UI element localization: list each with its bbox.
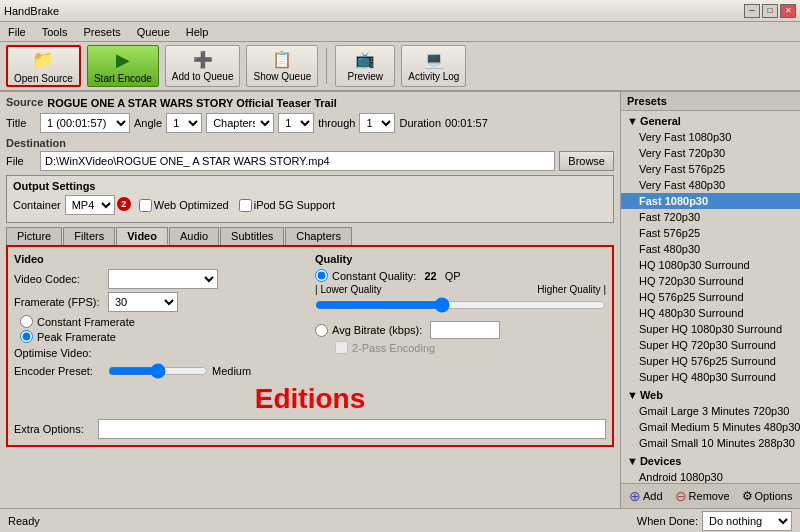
tab-audio[interactable]: Audio bbox=[169, 227, 219, 245]
constant-quality-label: Constant Quality: bbox=[332, 270, 416, 282]
minimize-button[interactable]: ─ bbox=[744, 4, 760, 18]
optimise-label: Optimise Video: bbox=[14, 347, 104, 359]
encoder-preset-slider[interactable] bbox=[108, 363, 208, 379]
framerate-label: Framerate (FPS): bbox=[14, 296, 104, 308]
web-optimized-checkbox[interactable] bbox=[139, 199, 152, 212]
destination-label: Destination bbox=[6, 137, 614, 149]
tab-picture[interactable]: Picture bbox=[6, 227, 62, 245]
activity-log-button[interactable]: 💻 Activity Log bbox=[401, 45, 466, 87]
maximize-button[interactable]: □ bbox=[762, 4, 778, 18]
preset-list-item[interactable]: Very Fast 1080p30 bbox=[621, 129, 800, 145]
quality-slider[interactable] bbox=[315, 297, 606, 313]
title-bar-buttons: ─ □ ✕ bbox=[744, 4, 796, 18]
tab-video[interactable]: Video bbox=[116, 227, 168, 245]
peak-framerate-radio[interactable] bbox=[20, 330, 33, 343]
through-label: through bbox=[318, 117, 355, 129]
menu-queue[interactable]: Queue bbox=[131, 24, 176, 40]
preset-group-header[interactable]: ▼ General bbox=[621, 113, 800, 129]
preset-group: ▼ DevicesAndroid 1080p30Android 720p30An… bbox=[621, 453, 800, 483]
when-done-select[interactable]: Do nothing bbox=[702, 511, 792, 531]
container-select[interactable]: MP4 bbox=[65, 195, 115, 215]
add-to-queue-label: Add to Queue bbox=[172, 71, 234, 82]
preset-list-item[interactable]: Super HQ 1080p30 Surround bbox=[621, 321, 800, 337]
preset-list-item[interactable]: Fast 576p25 bbox=[621, 225, 800, 241]
preset-list-item[interactable]: HQ 480p30 Surround bbox=[621, 305, 800, 321]
two-pass-checkbox[interactable] bbox=[335, 341, 348, 354]
constant-quality-radio[interactable] bbox=[315, 269, 328, 282]
add-to-queue-button[interactable]: ➕ Add to Queue bbox=[165, 45, 241, 87]
avg-bitrate-label: Avg Bitrate (kbps): bbox=[332, 324, 422, 336]
output-settings-row: Container MP4 2 Web Optimized iPod 5G Su… bbox=[13, 195, 607, 215]
preset-list-item[interactable]: Super HQ 480p30 Surround bbox=[621, 369, 800, 385]
framerate-select[interactable]: 30 bbox=[108, 292, 178, 312]
extra-options-input[interactable] bbox=[98, 419, 606, 439]
angle-select[interactable]: 1 bbox=[166, 113, 202, 133]
preset-list-item[interactable]: Fast 720p30 bbox=[621, 209, 800, 225]
avg-bitrate-radio[interactable] bbox=[315, 324, 328, 337]
preset-list-item[interactable]: HQ 576p25 Surround bbox=[621, 289, 800, 305]
tab-chapters[interactable]: Chapters bbox=[285, 227, 352, 245]
options-preset-label: Options bbox=[755, 490, 793, 502]
status-ready: Ready bbox=[8, 515, 40, 527]
constant-framerate-radio[interactable] bbox=[20, 315, 33, 328]
start-encode-button[interactable]: ▶ Start Encode bbox=[87, 45, 159, 87]
web-optimized-label: Web Optimized bbox=[139, 199, 229, 212]
chapter-from-select[interactable]: 1 bbox=[278, 113, 314, 133]
preset-list-item[interactable]: Gmail Medium 5 Minutes 480p30 bbox=[621, 419, 800, 435]
extra-options-row: Extra Options: bbox=[14, 419, 606, 439]
constant-framerate-label: Constant Framerate bbox=[37, 316, 135, 328]
close-button[interactable]: ✕ bbox=[780, 4, 796, 18]
menu-help[interactable]: Help bbox=[180, 24, 215, 40]
video-codec-select[interactable] bbox=[108, 269, 218, 289]
tabs: Picture Filters Video Audio Subtitles Ch… bbox=[6, 227, 614, 245]
chevron-down-icon: ▼ bbox=[627, 115, 638, 127]
title-bar-title: HandBrake bbox=[4, 5, 59, 17]
chapters-select[interactable]: Chapters bbox=[206, 113, 274, 133]
encoder-preset-label: Encoder Preset: bbox=[14, 365, 104, 377]
preset-list-item[interactable]: HQ 1080p30 Surround bbox=[621, 257, 800, 273]
activity-log-label: Activity Log bbox=[408, 71, 459, 82]
file-path-input[interactable] bbox=[40, 151, 555, 171]
extra-options-label: Extra Options: bbox=[14, 423, 94, 435]
preset-list-item[interactable]: Android 1080p30 bbox=[621, 469, 800, 483]
higher-quality-label: Higher Quality | bbox=[537, 284, 606, 295]
preset-list-item[interactable]: Super HQ 576p25 Surround bbox=[621, 353, 800, 369]
menu-file[interactable]: File bbox=[2, 24, 32, 40]
browse-button[interactable]: Browse bbox=[559, 151, 614, 171]
preset-list-item[interactable]: Very Fast 720p30 bbox=[621, 145, 800, 161]
preset-list-item[interactable]: Gmail Small 10 Minutes 288p30 bbox=[621, 435, 800, 451]
preset-list-item[interactable]: HQ 720p30 Surround bbox=[621, 273, 800, 289]
preset-list-item[interactable]: Super HQ 720p30 Surround bbox=[621, 337, 800, 353]
preset-group-header[interactable]: ▼ Web bbox=[621, 387, 800, 403]
preview-button[interactable]: 📺 Preview bbox=[335, 45, 395, 87]
ipod-support-checkbox[interactable] bbox=[239, 199, 252, 212]
preset-list-item[interactable]: Fast 1080p30 bbox=[621, 193, 800, 209]
options-preset-button[interactable]: ⚙ Options bbox=[738, 488, 797, 504]
menu-presets[interactable]: Presets bbox=[77, 24, 126, 40]
start-encode-label: Start Encode bbox=[94, 73, 152, 84]
preset-list-item[interactable]: Very Fast 480p30 bbox=[621, 177, 800, 193]
chapter-to-select[interactable]: 1 bbox=[359, 113, 395, 133]
preview-icon: 📺 bbox=[355, 50, 375, 69]
preset-group-header[interactable]: ▼ Devices bbox=[621, 453, 800, 469]
add-preset-button[interactable]: ⊕ Add bbox=[625, 487, 667, 505]
avg-bitrate-input[interactable] bbox=[430, 321, 500, 339]
preset-list-item[interactable]: Gmail Large 3 Minutes 720p30 bbox=[621, 403, 800, 419]
container-label: Container bbox=[13, 199, 61, 211]
video-codec-label: Video Codec: bbox=[14, 273, 104, 285]
show-queue-button[interactable]: 📋 Show Queue bbox=[246, 45, 318, 87]
open-source-button[interactable]: 📁 Open Source bbox=[6, 45, 81, 87]
preset-list-item[interactable]: Fast 480p30 bbox=[621, 241, 800, 257]
tab-subtitles[interactable]: Subtitles bbox=[220, 227, 284, 245]
encoder-preset-row: Encoder Preset: Medium bbox=[14, 363, 305, 379]
preset-list-item[interactable]: Very Fast 576p25 bbox=[621, 161, 800, 177]
remove-preset-button[interactable]: ⊖ Remove bbox=[671, 487, 734, 505]
remove-preset-label: Remove bbox=[689, 490, 730, 502]
output-badge: 2 bbox=[117, 197, 131, 211]
tab-filters[interactable]: Filters bbox=[63, 227, 115, 245]
main-area: Source ROGUE ONE A STAR WARS STORY Offic… bbox=[0, 92, 800, 508]
title-select[interactable]: 1 (00:01:57) bbox=[40, 113, 130, 133]
toolbar: 📁 Open Source ▶ Start Encode ➕ Add to Qu… bbox=[0, 42, 800, 92]
activity-log-icon: 💻 bbox=[424, 50, 444, 69]
menu-tools[interactable]: Tools bbox=[36, 24, 74, 40]
